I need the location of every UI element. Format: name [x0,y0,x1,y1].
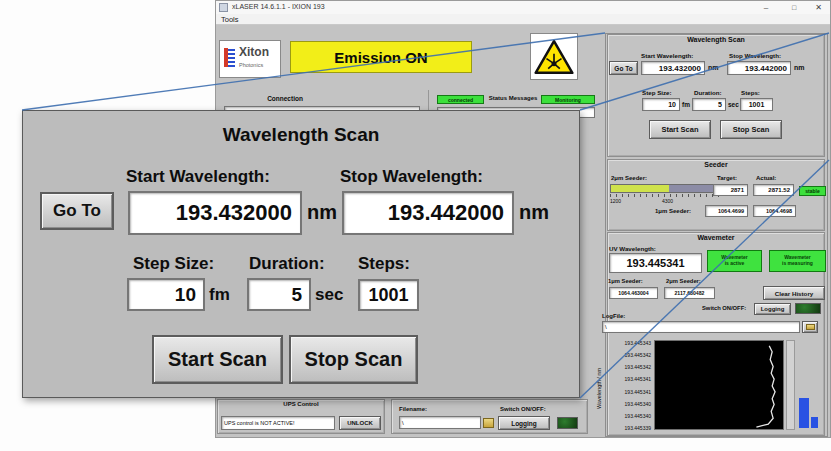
wavemeter-active-indicator: Wavemeter is active [707,250,762,272]
ytick-6: 193.445340 [604,413,651,420]
ytick-3: 193.445341 [604,376,651,383]
zoom-step-size-field[interactable]: 10 [127,278,205,311]
wm-switch-onoff-label: Switch ON/OFF: [702,305,746,311]
duration-unit-label: sec [728,101,739,108]
wm-logging-led-indicator [795,303,821,314]
zoom-steps-display: 1001 [358,279,419,311]
goto-button[interactable]: Go To [609,61,638,75]
ytick-4: 193.445341 [604,389,651,396]
zoom-duration-unit-label: sec [315,285,343,305]
seeder1-label: 1μm Seeder: [655,208,691,214]
app-icon [219,3,228,12]
wavelength-trace [756,346,775,427]
wm-seeder1-field: 1064.463004 [609,287,658,299]
start-scan-button[interactable]: Start Scan [649,120,711,139]
wm-seeder1-label: 1μm Seeder: [608,278,643,284]
connection-header: Connection [230,95,340,102]
target-label: Target: [717,175,737,181]
zoom-stop-unit-label: nm [519,201,549,224]
wm-seeder2-field: 2117.680482 [664,287,715,299]
seeder1-target-field[interactable]: 1064.4699 [705,205,748,217]
clear-history-button[interactable]: Clear History [763,286,825,300]
start-wavelength-field[interactable]: 193.432000 [641,61,705,75]
zoom-start-wavelength-label: Start Wavelength: [126,167,270,187]
logfile-browse-button[interactable] [802,321,818,333]
ups-header: UPS Control [217,401,385,407]
wm-logging-button[interactable]: Logging [754,303,791,315]
logging-button[interactable]: Logging [498,416,550,430]
zoom-start-wavelength-field[interactable]: 193.432000 [128,191,302,235]
steps-display: 1001 [740,98,773,111]
zoom-duration-label: Duration: [249,254,325,274]
monitoring-badge: Monitoring [541,95,595,104]
zoom-step-size-label: Step Size: [133,254,214,274]
logo-text-bottom: Photonics [239,62,263,68]
wavemeter-header: Wavemeter [607,234,825,241]
slider-min-label: 1200 [610,198,621,204]
ytick-0: 193.445343 [604,340,651,347]
stable-badge: stable [799,186,826,196]
seeder2-slider-label: 2μm Seeder: [611,175,647,181]
xiton-logo-mark-icon [224,48,235,67]
filename-label: Filename: [399,406,427,412]
wavelength-history-plot [654,340,784,430]
duration-field[interactable]: 5 [692,98,726,111]
wavemeter-measuring-indicator: Wavemeter is measuring [769,250,826,272]
zoom-stop-wavelength-field[interactable]: 193.442000 [342,191,514,235]
signal-level-bar-tall [799,398,809,428]
seeder1-actual-field: 1064.4698 [753,205,796,217]
steps-label: Steps: [741,89,760,96]
logging-led-indicator [557,417,578,429]
maximize-button[interactable]: □ [781,1,807,13]
zoom-stop-scan-button[interactable]: Stop Scan [289,335,418,384]
emission-status-banner: Emission ON [290,41,472,73]
stop-scan-button[interactable]: Stop Scan [720,120,782,139]
uv-wavelength-display: 193.445341 [609,253,702,273]
stop-wavelength-label: Stop Wavelength: [729,52,781,59]
duration-label: Duration: [694,89,722,96]
stop-unit-label: nm [794,64,805,71]
slider-max-label: 4300 [662,198,673,204]
signal-level-bar-short [811,417,818,428]
wavelength-scan-header: Wavelength Scan [607,36,825,43]
step-size-field[interactable]: 10 [642,98,680,111]
zoom-start-scan-button[interactable]: Start Scan [152,335,283,384]
stop-wavelength-field[interactable]: 193.442000 [727,61,791,75]
window-title: xLASER 14.6.1.1 - IXION 193 [232,3,325,10]
zoom-stop-wavelength-label: Stop Wavelength: [340,167,483,187]
status-messages-header: Status Messages [486,95,540,101]
zoom-duration-field[interactable]: 5 [247,278,311,311]
connected-badge: connected [437,95,484,104]
logfile-field[interactable]: \ [602,321,800,333]
slider-tick-marks [610,194,722,197]
switch-onoff-label: Switch ON/OFF: [500,406,546,412]
step-unit-label: fm [682,101,690,108]
chart-scrollbar[interactable] [786,340,795,430]
menu-tools[interactable]: Tools [221,15,239,24]
target-field[interactable]: 2871 [713,184,748,196]
screenshot-canvas: xLASER 14.6.1.1 - IXION 193 – □ ✕ Tools … [0,0,831,451]
unlock-button[interactable]: UNLOCK [339,416,381,430]
seeder-header: Seeder [607,161,825,168]
close-button[interactable]: ✕ [807,1,830,13]
browse-folder-icon[interactable] [483,418,494,428]
logfile-label: LogFile: [602,313,625,319]
seeder2-slider[interactable] [610,184,722,193]
start-wavelength-label: Start Wavelength: [641,52,693,59]
ytick-1: 193.445342 [604,352,651,359]
filename-field[interactable]: \ [399,416,481,429]
zoom-panel-title: Wavelength Scan [22,124,580,146]
ups-status-field: UPS control is NOT ACTIVE! [221,416,335,430]
actual-field: 2871.52 [753,184,794,196]
xiton-logo: Xiton Photonics [219,40,281,78]
ytick-5: 193.445340 [604,401,651,408]
actual-label: Actual: [756,175,776,181]
zoom-goto-button[interactable]: Go To [40,192,114,230]
ytick-2: 193.445342 [604,364,651,371]
zoom-step-unit-label: fm [209,285,230,305]
logfile-folder-icon [806,324,815,330]
logo-text-top: Xiton [239,45,269,59]
start-unit-label: nm [708,64,719,71]
zoom-start-unit-label: nm [307,201,337,224]
minimize-button[interactable]: – [753,1,779,13]
